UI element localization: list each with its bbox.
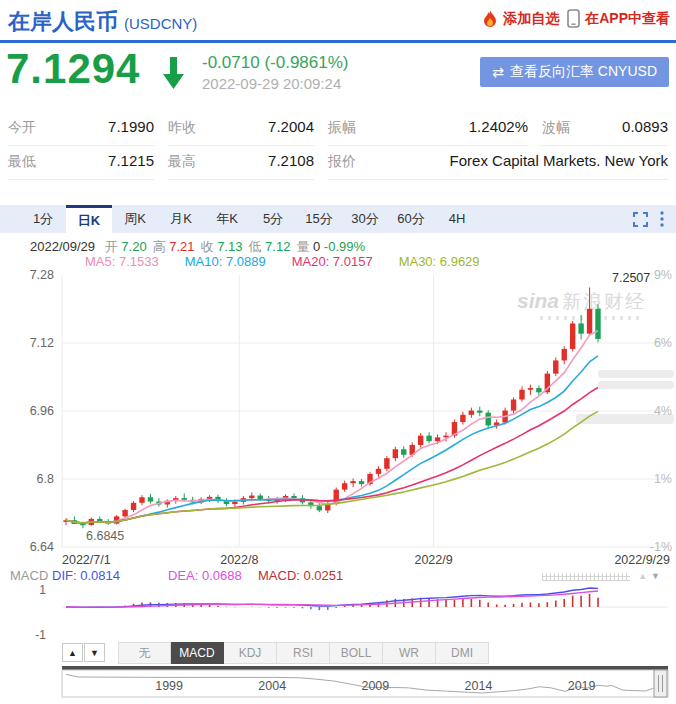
- ma-legend-ma10: MA10: 7.0889: [185, 254, 266, 269]
- stat-cell-0-3: 波幅0.0893: [542, 112, 668, 146]
- indicator-down-button[interactable]: ▼: [84, 643, 105, 662]
- info-value: 7.20: [118, 239, 147, 254]
- period-tab-4H[interactable]: 4H: [434, 205, 480, 233]
- period-tab-年K[interactable]: 年K: [204, 205, 250, 233]
- x-axis-label: 2022/9/29: [614, 553, 670, 567]
- period-tabbar: 1分日K周K月K年K5分15分30分60分4H: [0, 205, 676, 233]
- add-watchlist-label: 添加自选: [503, 10, 559, 28]
- stat-label: 波幅: [542, 119, 570, 137]
- down-arrow-icon: [160, 55, 188, 95]
- ma-legend-ma5: MA5: 7.1533: [85, 254, 159, 269]
- add-watchlist-link[interactable]: 添加自选: [482, 10, 559, 28]
- phone-icon: [567, 9, 580, 28]
- stat-cell-1-2: 报价Forex Capital Markets. New York: [328, 146, 668, 180]
- info-label: 低: [248, 239, 261, 254]
- stat-value: 1.2402%: [469, 118, 528, 135]
- stat-value: 7.2108: [268, 152, 314, 169]
- stat-value: 7.2004: [268, 118, 314, 135]
- info-value: 7.13: [214, 239, 243, 254]
- macd-macd-value: MACD: 0.0251: [258, 568, 343, 583]
- stat-label: 报价: [328, 153, 356, 171]
- indicator-tab-WR[interactable]: WR: [383, 642, 436, 664]
- page-header: 在岸人民币(USDCNY) 添加自选 在APP中查看: [0, 0, 676, 40]
- indicator-tab-BOLL[interactable]: BOLL: [330, 642, 383, 664]
- panel-collapse-up-icon[interactable]: ▲: [638, 571, 651, 581]
- page-title: 在岸人民币(USDCNY): [8, 7, 197, 37]
- y-axis-label: 6.96: [30, 404, 54, 418]
- indicator-tab-无[interactable]: 无: [118, 642, 171, 664]
- info-label: 高: [153, 239, 166, 254]
- history-navigator[interactable]: 19992004200920142019: [0, 666, 676, 704]
- navigator-range-grip[interactable]: [654, 670, 667, 697]
- quote-timestamp: 2022-09-29 20:09:24: [202, 75, 341, 92]
- pct-axis-label: 9%: [654, 268, 672, 282]
- panel-collapse-down-icon[interactable]: ▼: [651, 571, 664, 581]
- period-tab-日K[interactable]: 日K: [66, 205, 112, 233]
- y-axis-label: 6.64: [30, 540, 54, 554]
- period-tab-5分[interactable]: 5分: [250, 205, 296, 233]
- flame-icon: [482, 10, 498, 28]
- info-value: 0: [309, 239, 320, 254]
- macd-chart[interactable]: 1-1: [0, 584, 676, 642]
- navigator-year-label: 2009: [361, 679, 389, 693]
- quote-stats-table: 今开7.1990昨收7.2004振幅1.2402%波幅0.0893最低7.121…: [8, 112, 668, 180]
- reverse-rate-label: 查看反向汇率 CNYUSD: [510, 63, 657, 81]
- macd-panel-label: MACD: [10, 568, 48, 583]
- info-date: 2022/09/29: [30, 239, 95, 254]
- navigator-top-bar[interactable]: [62, 666, 668, 670]
- x-axis-label: 2022/9: [414, 553, 452, 567]
- period-tab-60分[interactable]: 60分: [388, 205, 434, 233]
- view-in-app-link[interactable]: 在APP中查看: [567, 9, 670, 28]
- indicator-tab-KDJ[interactable]: KDJ: [224, 642, 277, 664]
- ma-legend-ma30: MA30: 6.9629: [399, 254, 480, 269]
- pct-axis-label: 6%: [654, 336, 672, 350]
- indicator-up-button[interactable]: ▲: [62, 643, 83, 662]
- macd-axis-label: -1: [35, 628, 46, 642]
- y-axis-label: 7.12: [30, 336, 54, 350]
- stat-value: 7.1990: [108, 118, 154, 135]
- navigator-year-label: 2014: [465, 679, 493, 693]
- period-tab-周K[interactable]: 周K: [112, 205, 158, 233]
- panel-resize-grip[interactable]: [542, 573, 630, 581]
- indicator-tab-RSI[interactable]: RSI: [277, 642, 330, 664]
- high-price-label: 7.2507: [612, 271, 650, 285]
- stat-value: 0.0893: [622, 118, 668, 135]
- price-change: -0.0710 (-0.9861%): [202, 53, 348, 73]
- macd-dif-value: DIF: 0.0814: [52, 568, 120, 583]
- reverse-rate-button[interactable]: ⇄ 查看反向汇率 CNYUSD: [480, 57, 669, 87]
- stat-label: 振幅: [328, 119, 356, 137]
- fullscreen-icon[interactable]: [633, 212, 648, 227]
- y-axis-label: 6.8: [37, 472, 54, 486]
- ma-legend-ma20: MA20: 7.0157: [292, 254, 373, 269]
- ma30-line: [66, 411, 598, 523]
- navigator-year-label: 1999: [155, 679, 183, 693]
- pct-axis-label: 1%: [654, 472, 672, 486]
- axis-tag-pill: [598, 370, 674, 378]
- kebab-menu-icon[interactable]: [660, 211, 664, 227]
- stat-value: 7.1215: [108, 152, 154, 169]
- ma5-line: [66, 331, 598, 523]
- period-tab-30分[interactable]: 30分: [342, 205, 388, 233]
- indicator-tab-DMI[interactable]: DMI: [436, 642, 489, 664]
- swap-icon: ⇄: [492, 64, 504, 80]
- period-tab-15分[interactable]: 15分: [296, 205, 342, 233]
- info-change-pct: -0.99%: [320, 239, 365, 254]
- period-tab-月K[interactable]: 月K: [158, 205, 204, 233]
- info-label: 收: [201, 239, 214, 254]
- macd-axis-label: 1: [39, 584, 46, 597]
- indicator-tab-MACD[interactable]: MACD: [171, 642, 224, 664]
- macd-dea-value: DEA: 0.0688: [168, 568, 242, 583]
- x-axis-label: 2022/8: [220, 553, 258, 567]
- period-tab-1分[interactable]: 1分: [20, 205, 66, 233]
- info-label: 开: [105, 239, 118, 254]
- candlestick-chart[interactable]: sina新浪财经7.287.126.966.86.649%6%4%1%-1%20…: [0, 268, 676, 568]
- y-axis-label: 7.28: [30, 268, 54, 282]
- ma-legend-bar: MA5: 7.1533MA10: 7.0889MA20: 7.0157MA30:…: [85, 254, 506, 269]
- stat-cell-0-2: 振幅1.2402%: [328, 112, 528, 146]
- indicator-tabbar: ▲ ▼ 无MACDKDJRSIBOLLWRDMI: [0, 642, 676, 664]
- stat-cell-1-0: 最低7.1215: [8, 146, 154, 180]
- info-value: 7.21: [166, 239, 195, 254]
- dif-line: [66, 588, 598, 607]
- ma10-line: [66, 356, 598, 523]
- indicator-tabs: 无MACDKDJRSIBOLLWRDMI: [118, 642, 489, 664]
